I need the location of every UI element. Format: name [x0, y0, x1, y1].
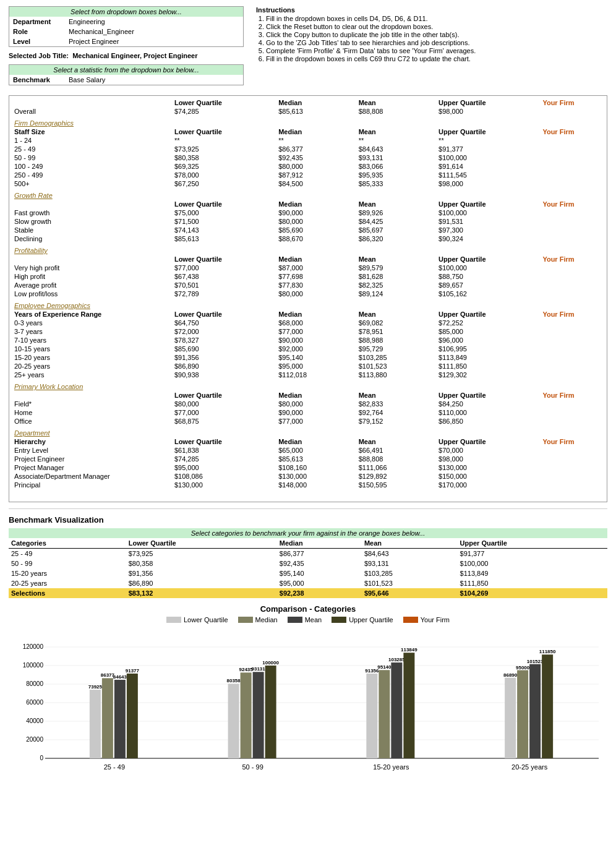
- svg-text:15-20 years: 15-20 years: [373, 763, 409, 771]
- sub-header-row: Staff SizeLower QuartileMedianMeanUpper …: [12, 127, 604, 136]
- section-header-label: Profitability: [12, 243, 604, 255]
- chart-section: Comparison - Categories Lower QuartileMe…: [9, 604, 607, 783]
- svg-text:25 - 49: 25 - 49: [104, 763, 125, 771]
- section-header-row: Primary Work Location: [12, 379, 604, 391]
- bar: [114, 680, 126, 758]
- legend-item: Mean: [288, 616, 322, 623]
- bar: [90, 690, 101, 758]
- svg-text:80000: 80000: [26, 680, 43, 687]
- section-header-row: Profitability: [12, 243, 604, 255]
- svg-text:100000: 100000: [23, 662, 44, 669]
- section-header-label: Department: [12, 426, 604, 437]
- legend-label: Mean: [305, 616, 322, 623]
- table-row: 500+$67,250$84,500$85,333$98,000: [12, 179, 604, 188]
- bench-table: Select categories to benchmark your firm…: [9, 528, 607, 598]
- overall-lq: $74,285: [172, 107, 276, 116]
- legend-color-swatch: [288, 617, 302, 623]
- page: Select from dropdown boxes below... Depa…: [0, 0, 616, 789]
- svg-text:100000: 100000: [262, 660, 279, 666]
- legend-item: Your Firm: [403, 616, 450, 623]
- table-row: Associate/Department Manager$108,086$130…: [12, 472, 604, 481]
- table-row: Declining$85,613$88,670$86,320$90,324: [12, 234, 604, 243]
- bar: [391, 662, 402, 758]
- top-section: Select from dropdown boxes below... Depa…: [9, 6, 607, 90]
- bar: [542, 654, 553, 758]
- svg-text:60000: 60000: [26, 699, 43, 706]
- bench-data-row: 15-20 years$91,356$95,140$103,285$113,84…: [9, 568, 607, 578]
- role-label: Role: [9, 27, 65, 36]
- table-row: 7-10 years$78,327$90,000$88,988$96,000: [12, 336, 604, 345]
- table-row: Stable$74,143$85,690$85,697$97,300: [12, 226, 604, 234]
- legend-label: Lower Quartile: [184, 616, 228, 623]
- sub-header-row: Years of Experience RangeLower QuartileM…: [12, 310, 604, 319]
- lq-header: Lower Quartile: [172, 98, 276, 107]
- instructions: Instructions Fill in the dropdown boxes …: [256, 6, 607, 62]
- svg-text:103285: 103285: [388, 657, 405, 662]
- bar: [379, 670, 390, 758]
- role-value[interactable]: Mechanical_Engineer: [65, 27, 243, 36]
- chart-title: Comparison - Categories: [9, 604, 607, 614]
- table-row: 100 - 249$69,325$80,000$83,066$91,614: [12, 162, 604, 171]
- table-row: 0-3 years$64,750$68,000$69,082$72,252: [12, 319, 604, 327]
- main-data-box: Lower Quartile Median Mean Upper Quartil…: [9, 95, 607, 502]
- svg-text:120000: 120000: [23, 643, 44, 650]
- benchmark-label: Benchmark: [9, 75, 65, 85]
- legend-label: Your Firm: [421, 616, 450, 623]
- svg-text:113849: 113849: [401, 647, 417, 653]
- table-row: 15-20 years$91,356$95,140$103,285$113,84…: [12, 353, 604, 362]
- section-header-row: Employee Demographics: [12, 298, 604, 310]
- table-row: 20-25 years$86,890$95,000$101,523$111,85…: [12, 362, 604, 371]
- main-table: Lower Quartile Median Mean Upper Quartil…: [12, 98, 604, 489]
- bench-select-label: Select categories to benchmark your firm…: [9, 528, 607, 538]
- table-row: Average profit$70,501$77,830$82,325$89,6…: [12, 281, 604, 289]
- bar: [102, 678, 113, 758]
- overall-row-label: Overall: [12, 107, 172, 116]
- bar: [517, 670, 528, 759]
- bench-col-lq: Lower Quartile: [126, 538, 277, 549]
- section-header-label: Employee Demographics: [12, 298, 604, 310]
- department-label: Department: [9, 17, 65, 27]
- svg-text:0: 0: [40, 755, 43, 761]
- legend-label: Upper Quartile: [349, 616, 393, 623]
- bar: [265, 666, 276, 758]
- bar: [366, 674, 377, 758]
- benchmark-row: Benchmark Base Salary: [9, 75, 243, 85]
- stat-header: Select a statistic from the dropdown box…: [9, 65, 243, 75]
- sub-header-row: Lower QuartileMedianMeanUpper QuartileYo…: [12, 391, 604, 400]
- sub-header-row: Lower QuartileMedianMeanUpper QuartileYo…: [12, 200, 604, 208]
- role-row: Role Mechanical_Engineer: [9, 27, 243, 36]
- department-value[interactable]: Engineering: [65, 17, 243, 27]
- chart-svg: 0200004000060000800001000001200007392586…: [11, 628, 605, 783]
- divider-1: [9, 508, 607, 509]
- selected-label: Selected Job Title:: [9, 52, 69, 59]
- legend-color-swatch: [166, 617, 181, 623]
- section-header-label: Primary Work Location: [12, 379, 604, 391]
- mean-header: Mean: [356, 98, 436, 107]
- table-row: 50 - 99$80,358$92,435$93,131$100,000: [12, 153, 604, 162]
- table-row: Project Engineer$74,285$85,613$88,808$98…: [12, 455, 604, 463]
- svg-text:91377: 91377: [126, 668, 140, 674]
- benchmark-value[interactable]: Base Salary: [65, 75, 243, 85]
- svg-text:73925: 73925: [88, 684, 103, 690]
- table-row: Very high profit$77,000$87,000$89,579$10…: [12, 263, 604, 272]
- level-row: Level Project Engineer: [9, 36, 243, 46]
- overall-header-row: Lower Quartile Median Mean Upper Quartil…: [12, 98, 604, 107]
- bench-col-cat: Categories: [9, 538, 126, 549]
- chart-container: 0200004000060000800001000001200007392586…: [11, 628, 605, 783]
- svg-text:111850: 111850: [539, 649, 556, 654]
- overall-label: [12, 98, 172, 107]
- instruction-3: Click the Copy button to duplicate the j…: [266, 31, 607, 38]
- section-header-row: Growth Rate: [12, 188, 604, 200]
- sub-header-row: HierarchyLower QuartileMedianMeanUpper Q…: [12, 437, 604, 446]
- bar: [403, 653, 414, 758]
- level-value[interactable]: Project Engineer: [65, 36, 243, 46]
- svg-text:95140: 95140: [377, 664, 391, 670]
- med-header: Median: [276, 98, 356, 107]
- right-panel: Instructions Fill in the dropdown boxes …: [256, 6, 607, 90]
- instruction-2: Click the Reset button to clear out the …: [266, 23, 607, 30]
- bench-data-row: 20-25 years$86,890$95,000$101,523$111,85…: [9, 578, 607, 588]
- svg-text:86890: 86890: [503, 672, 518, 678]
- bench-select-header: Select categories to benchmark your firm…: [9, 528, 607, 538]
- legend-color-swatch: [403, 617, 418, 623]
- svg-text:20000: 20000: [26, 736, 43, 743]
